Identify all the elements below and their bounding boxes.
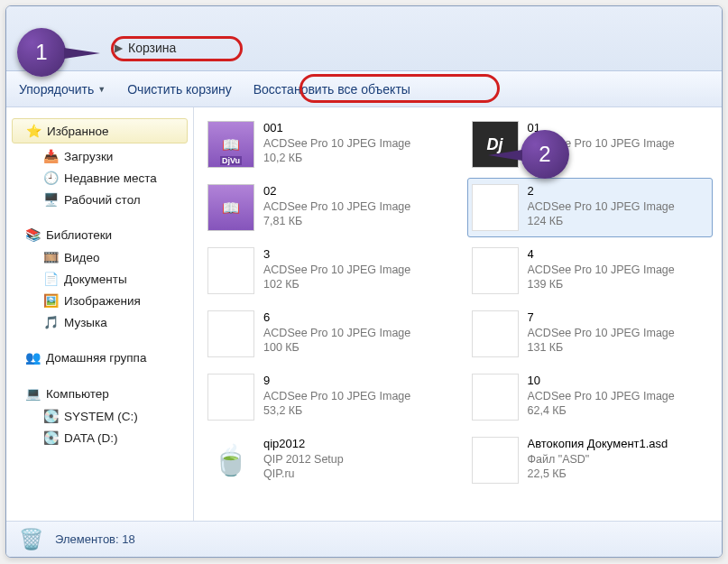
file-thumbnail: 🍵	[207, 437, 254, 484]
sidebar-libraries-item-label: Видео	[64, 251, 99, 264]
file-item[interactable]: Dj01ACDSee Pro 10 JPEG Image10,0 КБ	[467, 115, 714, 174]
file-item[interactable]: 7ACDSee Pro 10 JPEG Image131 КБ	[467, 304, 714, 364]
file-thumbnail	[472, 310, 519, 357]
libraries-icon: 📚	[24, 227, 41, 243]
sidebar-computer-label: Компьютер	[46, 387, 109, 401]
file-type: ACDSee Pro 10 JPEG Image	[528, 199, 675, 214]
file-info: 9ACDSee Pro 10 JPEG Image53,2 КБ	[263, 374, 410, 418]
file-type: ACDSee Pro 10 JPEG Image	[263, 263, 410, 277]
file-info: 3ACDSee Pro 10 JPEG Image102 КБ	[263, 247, 410, 291]
file-size: QIP.ru	[263, 467, 344, 481]
sidebar-homegroup-group: 👥 Домашняя группа	[6, 342, 193, 378]
sidebar-computer-item[interactable]: 💽SYSTEM (C:)	[6, 405, 193, 427]
file-size: 131 КБ	[528, 340, 675, 355]
folder-icon: 💽	[42, 408, 59, 424]
titlebar: 1 ▶ Корзина	[6, 6, 722, 71]
file-item[interactable]: Автокопия Документ1.asdФайл "ASD"22,5 КБ	[467, 430, 714, 490]
computer-icon: 💻	[24, 385, 41, 402]
recycle-bin-icon: 🗑️	[17, 526, 44, 553]
file-thumbnail	[472, 437, 519, 484]
file-item[interactable]: 4ACDSee Pro 10 JPEG Image139 КБ	[467, 241, 714, 300]
file-name: qip2012	[263, 437, 344, 452]
sidebar-favorites-item[interactable]: 📥Загрузки	[6, 145, 193, 167]
file-name: 001	[263, 121, 410, 136]
sidebar-libraries-item[interactable]: 📄Документы	[6, 268, 193, 290]
file-thumbnail	[472, 247, 519, 294]
file-size: 139 КБ	[528, 277, 675, 291]
breadcrumb-location: Корзина	[128, 41, 176, 55]
file-size: 102 КБ	[263, 277, 410, 291]
file-type: ACDSee Pro 10 JPEG Image	[263, 389, 410, 403]
file-info: 02ACDSee Pro 10 JPEG Image7,81 КБ	[263, 184, 410, 228]
file-item[interactable]: 10ACDSee Pro 10 JPEG Image62,4 КБ	[467, 367, 714, 427]
sidebar-libraries-item[interactable]: 🎞️Видео	[6, 246, 193, 268]
sidebar-computer-item-label: SYSTEM (C:)	[64, 410, 138, 423]
file-thumbnail	[207, 247, 254, 294]
file-item[interactable]: 6ACDSee Pro 10 JPEG Image100 КБ	[203, 304, 449, 364]
toolbar: Упорядочить ▼ Очистить корзину Восстанов…	[6, 71, 722, 107]
file-name: 6	[263, 310, 410, 326]
empty-bin-label: Очистить корзину	[127, 82, 232, 97]
folder-icon: 📥	[42, 148, 59, 164]
file-info: qip2012QIP 2012 SetupQIP.ru	[263, 437, 344, 481]
file-type: ACDSee Pro 10 JPEG Image	[528, 389, 675, 403]
file-name: 3	[263, 247, 410, 263]
file-list: 📖DjVu001ACDSee Pro 10 JPEG Image10,2 КБD…	[194, 107, 722, 521]
folder-icon: 🖼️	[42, 292, 59, 309]
sidebar-libraries-item[interactable]: 🎵Музыка	[6, 311, 193, 333]
sidebar-favorites-item[interactable]: 🕘Недавние места	[6, 167, 193, 189]
file-size: 53,2 КБ	[263, 403, 410, 418]
file-type: ACDSee Pro 10 JPEG Image	[528, 326, 675, 340]
organize-menu[interactable]: Упорядочить ▼	[19, 82, 106, 97]
statusbar: 🗑️ Элементов: 18	[6, 521, 722, 557]
sidebar-homegroup-label: Домашняя группа	[46, 351, 146, 365]
file-thumbnail	[207, 310, 254, 357]
file-name: Автокопия Документ1.asd	[528, 437, 668, 452]
sidebar-favorites-item[interactable]: 🖥️Рабочий стол	[6, 189, 193, 210]
breadcrumb[interactable]: ▶ Корзина	[115, 41, 176, 55]
organize-label: Упорядочить	[19, 82, 94, 97]
sidebar-libraries-item[interactable]: 🖼️Изображения	[6, 290, 193, 311]
folder-icon: 💽	[42, 430, 59, 446]
file-name: 9	[263, 374, 410, 389]
file-size: 10,2 КБ	[263, 151, 410, 165]
chevron-down-icon: ▼	[97, 85, 106, 94]
sidebar-libraries[interactable]: 📚 Библиотеки	[6, 223, 193, 246]
file-type: QIP 2012 Setup	[263, 452, 344, 467]
file-name: 10	[528, 374, 675, 389]
file-type: ACDSee Pro 10 JPEG Image	[528, 263, 675, 277]
status-item-count: Элементов: 18	[55, 532, 135, 546]
sidebar-favorites-group: ⭐ Избранное 📥Загрузки🕘Недавние места🖥️Ра…	[6, 115, 193, 219]
file-info: 10ACDSee Pro 10 JPEG Image62,4 КБ	[528, 374, 675, 418]
sidebar-libraries-item-label: Документы	[64, 273, 127, 286]
file-size: 7,81 КБ	[263, 214, 410, 228]
sidebar-computer-item[interactable]: 💽DATA (D:)	[6, 427, 193, 448]
file-thumbnail: 📖DjVu	[207, 121, 254, 168]
empty-bin-button[interactable]: Очистить корзину	[127, 82, 232, 97]
chevron-right-icon: ▶	[115, 42, 123, 54]
file-name: 2	[528, 184, 675, 199]
sidebar-favorites[interactable]: ⭐ Избранное	[12, 118, 188, 143]
sidebar-computer-group: 💻 Компьютер 💽SYSTEM (C:)💽DATA (D:)	[6, 378, 193, 458]
sidebar-homegroup[interactable]: 👥 Домашняя группа	[6, 346, 193, 369]
sidebar-computer-item-label: DATA (D:)	[64, 431, 118, 445]
file-item[interactable]: 9ACDSee Pro 10 JPEG Image53,2 КБ	[203, 367, 449, 427]
file-item[interactable]: 3ACDSee Pro 10 JPEG Image102 КБ	[203, 241, 449, 300]
sidebar-favorites-item-label: Рабочий стол	[64, 193, 141, 207]
sidebar-favorites-label: Избранное	[47, 125, 108, 138]
sidebar: ⭐ Избранное 📥Загрузки🕘Недавние места🖥️Ра…	[6, 107, 194, 521]
sidebar-computer[interactable]: 💻 Компьютер	[6, 382, 193, 405]
file-thumbnail	[472, 184, 519, 231]
file-thumbnail	[207, 374, 254, 421]
folder-icon: 🎞️	[42, 249, 59, 265]
file-item[interactable]: 2ACDSee Pro 10 JPEG Image124 КБ	[467, 178, 714, 237]
file-item[interactable]: 🍵qip2012QIP 2012 SetupQIP.ru	[203, 430, 449, 490]
file-item[interactable]: 📖02ACDSee Pro 10 JPEG Image7,81 КБ	[203, 178, 449, 237]
folder-icon: 🖥️	[42, 191, 59, 208]
annotation-callout-2: 2	[521, 130, 569, 179]
file-item[interactable]: 📖DjVu001ACDSee Pro 10 JPEG Image10,2 КБ	[203, 115, 449, 174]
file-thumbnail: Dj	[472, 121, 519, 168]
file-info: 7ACDSee Pro 10 JPEG Image131 КБ	[528, 310, 675, 355]
annotation-callout-1: 1	[17, 28, 66, 77]
file-name: 4	[528, 247, 675, 263]
